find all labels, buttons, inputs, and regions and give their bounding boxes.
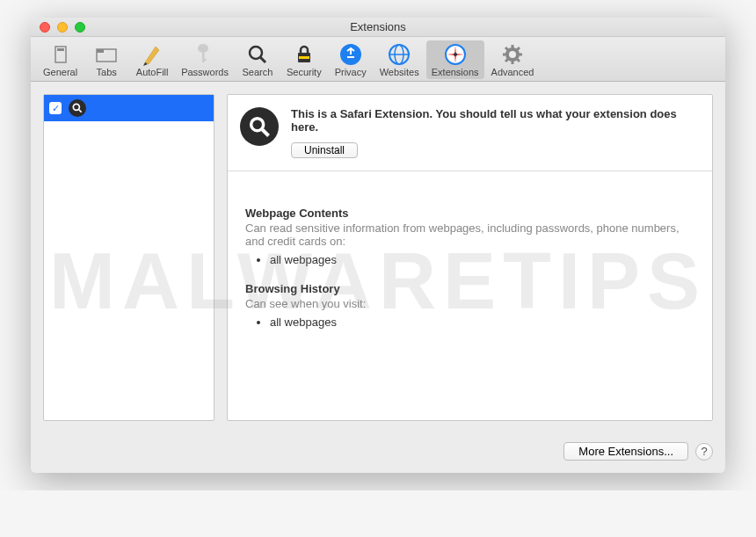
help-button[interactable]: ? xyxy=(695,443,713,461)
svg-rect-1 xyxy=(57,48,64,51)
tab-websites[interactable]: Websites xyxy=(374,40,425,79)
extension-detail-panel: This is a Safari Extension. You should t… xyxy=(227,94,713,421)
svg-point-24 xyxy=(73,104,79,110)
svg-line-25 xyxy=(79,110,82,112)
extension-search-icon xyxy=(69,99,86,117)
permissions-body: Webpage Contents Can read sensitive info… xyxy=(228,171,712,362)
tab-extensions[interactable]: Extensions xyxy=(426,40,484,79)
permission-item: all webpages xyxy=(270,316,694,329)
svg-point-17 xyxy=(454,53,457,56)
extension-description: This is a Safari Extension. You should t… xyxy=(291,107,700,134)
section-subtitle: Can see when you visit: xyxy=(245,297,694,310)
extensions-sidebar: ✓ xyxy=(43,94,214,421)
footer: More Extensions... ? xyxy=(31,433,725,473)
more-extensions-button[interactable]: More Extensions... xyxy=(563,442,688,461)
tab-general[interactable]: General xyxy=(38,40,83,79)
extension-large-icon xyxy=(240,107,279,146)
tab-search[interactable]: Search xyxy=(236,40,280,79)
permission-list: all webpages xyxy=(270,253,694,266)
maximize-button[interactable] xyxy=(75,22,85,33)
content-area: ✓ This is a Safari Extension. You should… xyxy=(31,82,725,433)
extensions-icon xyxy=(443,42,468,67)
tab-label: Security xyxy=(287,67,322,77)
svg-rect-3 xyxy=(97,49,104,53)
tab-passwords[interactable]: Passwords xyxy=(176,40,234,79)
tab-label: Privacy xyxy=(335,67,367,77)
tab-advanced[interactable]: Advanced xyxy=(486,40,540,79)
minimize-button[interactable] xyxy=(57,22,68,33)
tab-label: Advanced xyxy=(491,67,534,77)
svg-line-8 xyxy=(260,57,265,62)
close-button[interactable] xyxy=(40,22,50,33)
section-subtitle: Can read sensitive information from webp… xyxy=(245,221,694,248)
preferences-window: Extensions General Tabs AutoFill Passwor… xyxy=(31,18,725,473)
security-icon xyxy=(292,42,316,67)
section-title: Browsing History xyxy=(245,282,694,295)
svg-rect-10 xyxy=(299,56,309,59)
advanced-icon xyxy=(500,42,525,67)
svg-point-4 xyxy=(198,44,208,53)
section-title: Webpage Contents xyxy=(245,207,694,220)
uninstall-button[interactable]: Uninstall xyxy=(291,142,358,158)
tab-tabs[interactable]: Tabs xyxy=(84,40,128,79)
svg-point-23 xyxy=(509,51,516,58)
svg-point-7 xyxy=(250,47,262,59)
tab-label: Extensions xyxy=(432,67,479,77)
svg-rect-5 xyxy=(202,52,205,62)
tab-privacy[interactable]: Privacy xyxy=(329,40,373,79)
tab-label: Tabs xyxy=(97,67,117,77)
passwords-icon xyxy=(193,42,217,67)
traffic-lights xyxy=(31,22,85,33)
websites-icon xyxy=(387,42,411,67)
titlebar[interactable]: Extensions xyxy=(31,18,725,37)
tab-label: Websites xyxy=(380,67,419,77)
detail-header: This is a Safari Extension. You should t… xyxy=(228,95,712,171)
tab-label: AutoFill xyxy=(136,67,169,77)
tabs-icon xyxy=(94,42,119,67)
window-title: Extensions xyxy=(350,20,406,33)
svg-line-27 xyxy=(263,130,269,136)
tab-autofill[interactable]: AutoFill xyxy=(130,40,174,79)
tab-label: General xyxy=(43,67,77,77)
permission-list: all webpages xyxy=(270,316,694,329)
general-icon xyxy=(48,42,73,67)
autofill-icon xyxy=(140,42,164,67)
privacy-icon xyxy=(338,42,363,67)
tab-security[interactable]: Security xyxy=(281,40,327,79)
tab-label: Passwords xyxy=(181,67,229,77)
svg-point-26 xyxy=(251,119,264,131)
svg-rect-6 xyxy=(202,59,207,61)
extension-enabled-checkbox[interactable]: ✓ xyxy=(49,102,62,114)
permission-item: all webpages xyxy=(270,253,694,266)
preferences-toolbar: General Tabs AutoFill Passwords Search xyxy=(31,37,725,82)
tab-label: Search xyxy=(243,67,273,77)
search-icon xyxy=(245,42,270,67)
sidebar-extension-item[interactable]: ✓ xyxy=(44,95,214,121)
